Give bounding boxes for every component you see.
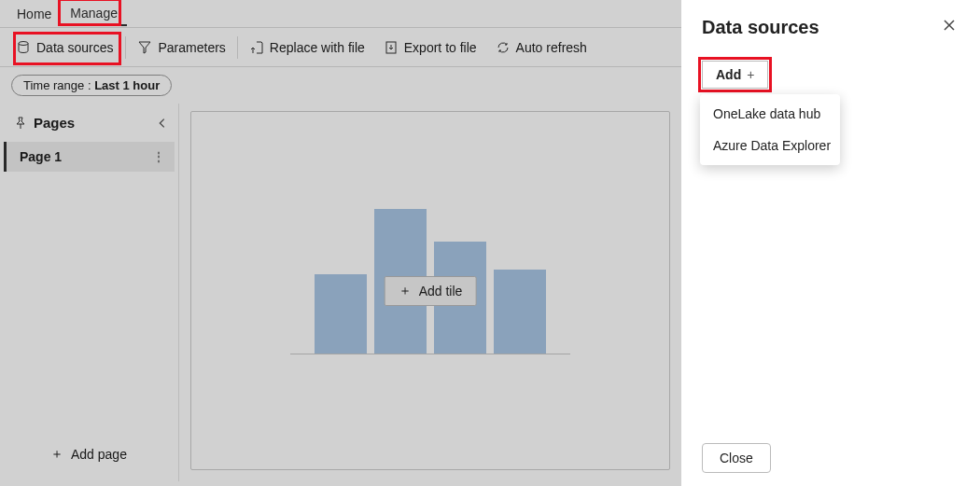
add-page-label: Add page [71,447,127,462]
timerange-value: Last 1 hour [94,78,160,92]
add-button-label: Add [716,67,741,82]
plus-icon: ＋ [399,283,412,299]
chart-baseline [290,354,570,354]
option-azure-data-explorer[interactable]: Azure Data Explorer [700,130,840,161]
tab-home[interactable]: Home [7,3,61,25]
data-sources-panel: Data sources Add + OneLake data hub Azur… [681,0,980,486]
chevron-left-icon[interactable] [156,117,169,130]
filter-icon [137,40,152,55]
replace-with-file-button[interactable]: Replace with file [240,36,374,59]
add-tile-label: Add tile [419,284,463,299]
export-label: Export to file [404,40,477,55]
toolbar: Data sources Parameters Replace with fil… [0,28,681,67]
add-page-button[interactable]: ＋ Add page [0,433,178,476]
more-icon[interactable]: ⋮ [152,149,165,164]
pages-header: Pages [0,109,178,140]
close-icon[interactable] [939,17,959,34]
pages-header-label: Pages [34,115,75,131]
canvas: ＋ Add tile [190,111,670,470]
content-row: Pages Page 1 ⋮ ＋ Add page [0,104,681,481]
add-tile-button[interactable]: ＋ Add tile [385,276,477,306]
timerange-label: Time range : [23,78,91,92]
pages-sidebar: Pages Page 1 ⋮ ＋ Add page [0,104,179,481]
data-sources-button[interactable]: Data sources [6,35,123,60]
add-dropdown: OneLake data hub Azure Data Explorer [700,94,840,165]
plus-icon: ＋ [50,446,63,463]
add-button[interactable]: Add + [702,61,768,89]
canvas-wrap: ＋ Add tile [179,104,681,481]
auto-refresh-label: Auto refresh [516,40,587,55]
data-sources-label: Data sources [36,40,113,55]
panel-title: Data sources [702,17,819,38]
option-onelake-data-hub[interactable]: OneLake data hub [700,98,840,130]
tab-manage[interactable]: Manage [61,2,127,26]
export-to-file-button[interactable]: Export to file [374,36,486,59]
pin-icon [13,116,28,131]
download-file-icon [384,40,399,55]
parameters-label: Parameters [158,40,225,55]
svg-point-0 [19,41,28,45]
close-button[interactable]: Close [702,443,771,473]
chart-bar [315,274,367,354]
main-area: Home Manage Data sources Parameters Repl… [0,0,681,486]
timerange-pill[interactable]: Time range : Last 1 hour [11,75,172,96]
refresh-icon [496,40,511,55]
top-tabs: Home Manage [0,0,681,28]
page-item[interactable]: Page 1 ⋮ [4,142,175,172]
add-dropdown-wrap: Add + OneLake data hub Azure Data Explor… [702,61,959,89]
replace-label: Replace with file [270,40,365,55]
timerange-row: Time range : Last 1 hour [0,67,681,104]
plus-icon: + [747,67,754,82]
chart-bar [494,270,546,354]
toolbar-separator [237,36,238,59]
page-item-label: Page 1 [20,149,62,164]
database-icon [16,40,31,55]
parameters-button[interactable]: Parameters [128,36,234,59]
auto-refresh-button[interactable]: Auto refresh [486,36,596,59]
upload-file-icon [249,40,264,55]
toolbar-separator [125,36,126,59]
